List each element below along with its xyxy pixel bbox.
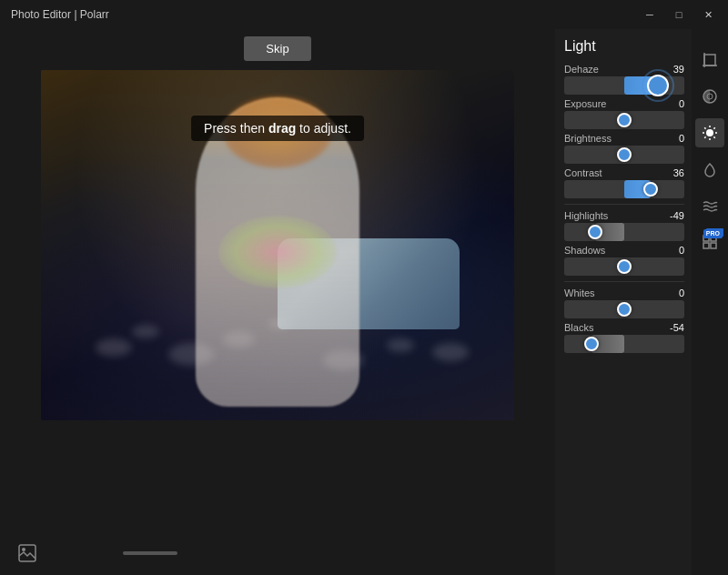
slider-thumb-exposure: [617, 113, 632, 127]
sliders-container: Dehaze39Exposure0Brightness0Contrast36Hi…: [564, 64, 684, 353]
slider-row-exposure: Exposure0: [564, 98, 684, 129]
slider-value-highlights: -49: [659, 210, 684, 221]
layers-icon[interactable]: PROPRO: [695, 227, 724, 257]
slider-track-exposure[interactable]: [564, 111, 684, 129]
slider-thumb-contrast: [643, 182, 658, 197]
side-icons-container: PROPRO: [692, 38, 728, 257]
close-button[interactable]: ✕: [695, 5, 721, 24]
slider-value-contrast: 36: [659, 167, 684, 178]
image-svg: [17, 543, 37, 563]
slider-row-blacks: Blacks-54: [564, 322, 684, 353]
light-spot: [132, 325, 159, 338]
svg-rect-2: [704, 55, 715, 66]
slider-value-shadows: 0: [659, 245, 684, 256]
tooltip-press: Press: [204, 121, 237, 136]
slider-label-exposure: Exposure: [564, 98, 606, 109]
minimize-button[interactable]: ─: [637, 5, 662, 24]
title-bar: Photo Editor | Polarr ─ □ ✕: [0, 0, 728, 29]
slider-track-contrast[interactable]: [564, 180, 684, 198]
svg-line-13: [713, 136, 714, 137]
slider-thumb-brightness: [617, 147, 632, 162]
slider-value-whites: 0: [659, 288, 684, 298]
tooltip-suffix: to adjust.: [296, 121, 351, 136]
svg-line-15: [704, 136, 705, 137]
light-spot: [387, 338, 414, 352]
slider-row-contrast: Contrast36: [564, 167, 684, 198]
light-spot: [96, 338, 132, 357]
photo-frame: Press then drag to adjust.: [41, 70, 514, 420]
svg-point-7: [706, 129, 713, 136]
slider-row-brightness: Brightness0: [564, 133, 684, 164]
tone-icon[interactable]: [695, 82, 724, 111]
slider-track-shadows[interactable]: [564, 257, 684, 276]
maximize-button[interactable]: □: [666, 5, 692, 24]
bottom-icon-area: [0, 531, 40, 575]
drag-tooltip: Press then drag to adjust.: [191, 116, 364, 141]
slider-label-contrast: Contrast: [564, 167, 602, 178]
slider-label-brightness: Brightness: [564, 133, 612, 144]
svg-line-14: [713, 127, 714, 128]
main-area: Skip: [0, 29, 728, 575]
slider-label-blacks: Blacks: [564, 322, 593, 333]
panel-title: Light: [564, 38, 684, 55]
skip-button[interactable]: Skip: [244, 36, 310, 61]
slider-thumb-whites: [617, 302, 632, 317]
light-spot: [432, 343, 469, 361]
slider-thumb-blacks: [584, 337, 599, 351]
pro-badge: PRO: [703, 229, 723, 238]
slider-row-highlights: Highlights-49: [564, 210, 684, 241]
svg-rect-19: [711, 243, 716, 248]
slider-row-whites: Whites0: [564, 288, 684, 318]
waves-icon[interactable]: [695, 191, 724, 220]
slider-thumb-dehaze: [642, 69, 674, 102]
scroll-indicator: [123, 551, 177, 555]
slider-label-dehaze: Dehaze: [564, 64, 599, 75]
slider-track-dehaze[interactable]: [564, 76, 684, 95]
slider-thumb-shadows: [617, 259, 632, 274]
bottom-bar: [0, 531, 300, 575]
slider-label-shadows: Shadows: [564, 245, 605, 256]
svg-rect-18: [703, 243, 709, 248]
canvas-area: Skip: [0, 29, 555, 575]
svg-line-12: [704, 127, 705, 128]
slider-track-blacks[interactable]: [564, 335, 684, 353]
slider-track-brightness[interactable]: [564, 146, 684, 164]
slider-label-whites: Whites: [564, 288, 595, 298]
divider: [564, 204, 684, 205]
slider-track-highlights[interactable]: [564, 223, 684, 241]
photo-background: Press then drag to adjust.: [41, 70, 514, 420]
window-controls: ─ □ ✕: [637, 5, 721, 24]
light-icon[interactable]: [695, 118, 724, 147]
water-icon[interactable]: [695, 155, 724, 184]
right-panel: Light Dehaze39Exposure0Brightness0Contra…: [555, 29, 728, 575]
divider: [564, 281, 684, 282]
svg-point-1: [22, 548, 25, 551]
image-icon[interactable]: [15, 540, 40, 566]
tooltip-drag: drag: [268, 121, 296, 136]
app-title: Photo Editor | Polarr: [7, 8, 109, 21]
tooltip-then: then: [237, 121, 268, 136]
slider-value-brightness: 0: [659, 133, 684, 144]
slider-thumb-highlights: [588, 225, 602, 239]
slider-label-highlights: Highlights: [564, 210, 608, 221]
slider-row-shadows: Shadows0: [564, 245, 684, 276]
slider-value-blacks: -54: [659, 322, 684, 333]
slider-track-whites[interactable]: [564, 300, 684, 318]
side-toolbar: PROPRO: [692, 29, 728, 575]
slider-row-dehaze: Dehaze39: [564, 64, 684, 95]
crop-icon[interactable]: [695, 45, 724, 75]
flowers-overlay: [218, 216, 337, 288]
